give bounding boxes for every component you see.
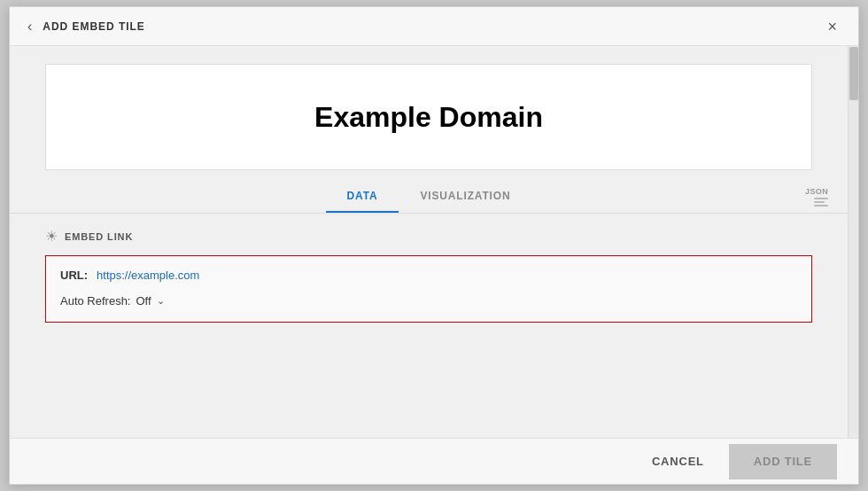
- tab-data[interactable]: DATA: [326, 181, 399, 213]
- json-button[interactable]: JSON: [800, 182, 833, 212]
- header-left: ‹ ADD EMBED TILE: [24, 15, 145, 38]
- preview-box: Example Domain: [45, 64, 812, 170]
- back-icon: ‹: [27, 19, 32, 35]
- section-label-row: ☀ EMBED LINK: [45, 228, 812, 245]
- add-embed-tile-dialog: ‹ ADD EMBED TILE × Example Domain DATA V…: [9, 6, 859, 485]
- cancel-button[interactable]: CANCEL: [627, 444, 729, 479]
- close-icon: ×: [827, 19, 837, 35]
- embed-panel: URL: Auto Refresh: Off ⌄: [45, 255, 812, 323]
- auto-refresh-label: Auto Refresh:: [60, 294, 131, 308]
- dialog-header: ‹ ADD EMBED TILE ×: [10, 7, 858, 46]
- preview-area: Example Domain: [10, 46, 858, 170]
- scrollbar-track[interactable]: [848, 46, 858, 438]
- json-label: JSON: [805, 187, 828, 196]
- auto-refresh-row: Auto Refresh: Off ⌄: [60, 294, 797, 308]
- json-line-1: [814, 198, 828, 199]
- auto-refresh-value: Off: [136, 294, 151, 308]
- add-tile-button[interactable]: ADD TILE: [729, 444, 837, 479]
- globe-icon: ☀: [45, 228, 58, 245]
- tab-visualization[interactable]: VISUALIZATION: [399, 181, 531, 213]
- auto-refresh-chevron-icon[interactable]: ⌄: [157, 295, 165, 307]
- json-line-3: [814, 205, 828, 207]
- content-area: ☀ EMBED LINK URL: Auto Refresh: Off ⌄: [10, 214, 848, 438]
- url-row: URL:: [60, 267, 797, 284]
- dialog-body: Example Domain DATA VISUALIZATION JSON ☀…: [10, 46, 858, 438]
- back-button[interactable]: ‹: [24, 15, 35, 38]
- json-line-2: [814, 201, 825, 203]
- json-lines-icon: [814, 198, 828, 207]
- dialog-title: ADD EMBED TILE: [43, 20, 144, 33]
- url-input[interactable]: [93, 267, 797, 284]
- preview-domain-text: Example Domain: [314, 101, 543, 134]
- dialog-footer: CANCEL ADD TILE: [10, 438, 858, 484]
- scrollbar-thumb: [849, 47, 858, 100]
- tabs-row: DATA VISUALIZATION JSON: [10, 181, 848, 214]
- url-label: URL:: [60, 269, 88, 282]
- close-button[interactable]: ×: [820, 15, 844, 38]
- embed-link-label: EMBED LINK: [65, 231, 133, 242]
